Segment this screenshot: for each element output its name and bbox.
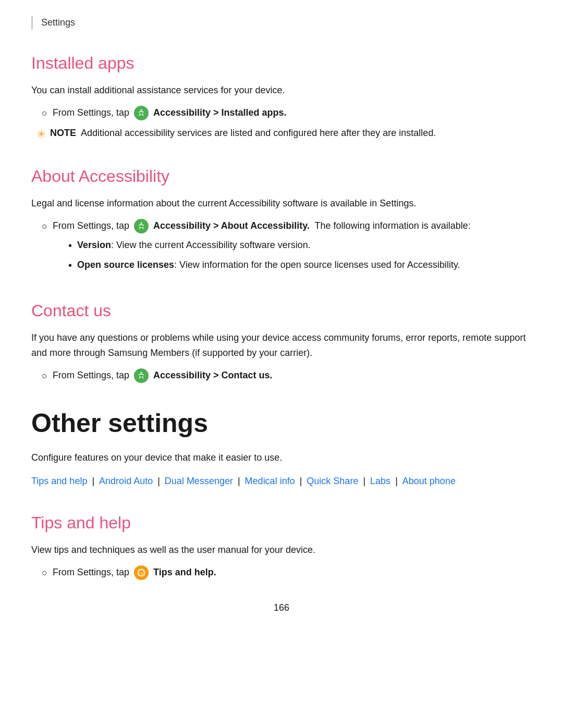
tips-icon xyxy=(134,565,149,580)
note-icon: ✳ xyxy=(36,126,46,143)
tips-and-help-description: View tips and techniques as well as the … xyxy=(31,542,532,558)
sub-item-version: • Version: View the current Accessibilit… xyxy=(68,238,471,253)
contact-us-description: If you have any questions or problems wh… xyxy=(31,330,532,361)
accessibility-icon-3 xyxy=(134,368,149,383)
page-number: 166 xyxy=(31,601,532,615)
accessibility-icon-1 xyxy=(134,106,149,120)
sub-item-open-source: • Open source licenses: View information… xyxy=(68,257,471,273)
page-header: Settings xyxy=(31,16,532,30)
list-bullet-1: ○ xyxy=(42,106,47,120)
svg-point-2 xyxy=(140,372,142,373)
installed-apps-description: You can install additional assistance se… xyxy=(31,83,532,98)
tips-and-help-step1: ○ From Settings, tap Tips and help. xyxy=(31,565,532,580)
tips-and-help-step1-text: From Settings, tap Tips and help. xyxy=(53,565,216,580)
about-accessibility-sub-list: • Version: View the current Accessibilit… xyxy=(68,238,471,273)
installed-apps-step1-text: From Settings, tap Accessibility > Insta… xyxy=(53,105,287,120)
link-quick-share[interactable]: Quick Share xyxy=(307,476,358,486)
installed-apps-note-text: NOTE Additional accessibility services a… xyxy=(50,126,436,141)
contact-us-section: Contact us If you have any questions or … xyxy=(31,298,532,383)
link-dual-messenger[interactable]: Dual Messenger xyxy=(165,476,233,486)
link-tips-and-help[interactable]: Tips and help xyxy=(31,476,87,486)
other-settings-title: Other settings xyxy=(31,404,532,443)
contact-us-step1: ○ From Settings, tap Accessibility > Con… xyxy=(31,368,532,383)
tips-and-help-title: Tips and help xyxy=(31,510,532,535)
link-android-auto[interactable]: Android Auto xyxy=(99,476,153,486)
list-bullet-2: ○ xyxy=(42,219,47,233)
link-about-phone[interactable]: About phone xyxy=(402,476,456,486)
about-accessibility-step1-text: From Settings, tap Accessibility > About… xyxy=(53,218,471,277)
installed-apps-note: ✳ NOTE Additional accessibility services… xyxy=(31,126,532,143)
about-accessibility-section: About Accessibility Legal and license in… xyxy=(31,164,532,277)
accessibility-icon-2 xyxy=(134,219,149,233)
link-medical-info[interactable]: Medical info xyxy=(245,476,295,486)
other-settings-links: Tips and help | Android Auto | Dual Mess… xyxy=(31,473,532,489)
contact-us-title: Contact us xyxy=(31,298,532,323)
other-settings-section: Other settings Configure features on you… xyxy=(31,404,532,489)
tips-and-help-section: Tips and help View tips and techniques a… xyxy=(31,510,532,580)
header-label: Settings xyxy=(41,17,75,28)
contact-us-step1-text: From Settings, tap Accessibility > Conta… xyxy=(53,368,273,383)
installed-apps-section: Installed apps You can install additiona… xyxy=(31,51,532,143)
svg-rect-5 xyxy=(141,573,142,574)
about-accessibility-title: About Accessibility xyxy=(31,164,532,189)
link-labs[interactable]: Labs xyxy=(370,476,390,486)
other-settings-description: Configure features on your device that m… xyxy=(31,450,532,465)
installed-apps-title: Installed apps xyxy=(31,51,532,76)
list-bullet-4: ○ xyxy=(42,566,47,580)
svg-point-1 xyxy=(140,223,142,224)
about-accessibility-description: Legal and license information about the … xyxy=(31,196,532,211)
svg-rect-4 xyxy=(141,574,142,575)
list-bullet-3: ○ xyxy=(42,369,47,383)
svg-point-0 xyxy=(140,109,142,111)
about-accessibility-step1: ○ From Settings, tap Accessibility > Abo… xyxy=(31,218,532,277)
installed-apps-step1: ○ From Settings, tap Accessibility > Ins… xyxy=(31,105,532,120)
